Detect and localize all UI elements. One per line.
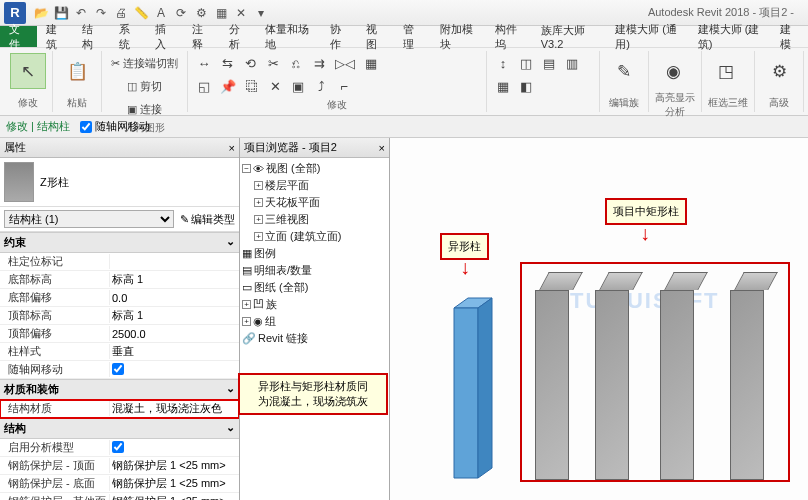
extend-icon[interactable]: ⤴: [311, 76, 331, 96]
print-icon[interactable]: 🖨: [112, 4, 130, 22]
view3-icon[interactable]: ▥: [562, 53, 582, 73]
rebar1-input[interactable]: [112, 458, 237, 474]
dropdown-icon[interactable]: ▾: [252, 4, 270, 22]
section-constraint[interactable]: 约束⌄: [0, 232, 239, 253]
copy-icon[interactable]: ⿻: [242, 76, 262, 96]
advanced-button[interactable]: ⚙: [761, 53, 797, 89]
editcat-label: 编辑族: [606, 96, 642, 110]
tab-anal[interactable]: 分析: [220, 26, 257, 47]
cut-button[interactable]: ◫ 剪切: [108, 76, 181, 96]
move-icon[interactable]: ⇆: [217, 53, 237, 73]
tab-bm3[interactable]: 建模: [771, 26, 808, 47]
close-icon[interactable]: ×: [229, 142, 235, 154]
modify-panel-label: 修改: [194, 98, 480, 112]
tab-collab[interactable]: 协作: [321, 26, 358, 47]
type-selector[interactable]: Z形柱: [0, 158, 239, 207]
tab-view[interactable]: 视图: [357, 26, 394, 47]
rebar2-input[interactable]: [112, 476, 237, 492]
tree-sheets: ▭ 图纸 (全部): [242, 279, 387, 296]
ribbon-tabs: 文件 建筑 结构 系统 插入 注释 分析 体量和场地 协作 视图 管理 附加模块…: [0, 26, 808, 48]
measure-icon[interactable]: 📏: [132, 4, 150, 22]
properties-header: 属性 ×: [0, 138, 239, 158]
corner-icon[interactable]: ⌐: [334, 76, 354, 96]
view1-icon[interactable]: ◫: [516, 53, 536, 73]
edit-family-button[interactable]: ✎: [606, 53, 642, 89]
view2-icon[interactable]: ▤: [539, 53, 559, 73]
scale-icon[interactable]: ◱: [194, 76, 214, 96]
view5-icon[interactable]: ◧: [516, 76, 536, 96]
thin-lines-icon[interactable]: ▦: [212, 4, 230, 22]
sync-icon[interactable]: ⟳: [172, 4, 190, 22]
instance-select[interactable]: 结构柱 (1): [4, 210, 174, 228]
tab-sys[interactable]: 系统: [110, 26, 147, 47]
highlight-button[interactable]: ◉: [655, 53, 691, 89]
quick-access-toolbar: 📂 💾 ↶ ↷ 🖨 📏 A ⟳ ⚙ ▦ ✕ ▾: [32, 4, 270, 22]
browser-tree[interactable]: −👁 视图 (全部) +楼层平面 +天花板平面 +三维视图 +立面 (建筑立面)…: [240, 158, 389, 349]
view4-icon[interactable]: ▦: [493, 76, 513, 96]
topoff-input[interactable]: [112, 326, 237, 342]
rect-column-4[interactable]: [730, 272, 764, 480]
delete-icon[interactable]: ✕: [265, 76, 285, 96]
redo-icon[interactable]: ↷: [92, 4, 110, 22]
type-thumb-icon: [4, 162, 34, 202]
tab-addin[interactable]: 附加模块: [431, 26, 486, 47]
box3d-label: 框选三维: [708, 96, 748, 110]
rebar3-input[interactable]: [112, 494, 237, 501]
cope-button[interactable]: ✂ 连接端切割: [108, 53, 181, 73]
adv-label: 高级: [761, 96, 797, 110]
svg-marker-2: [478, 298, 492, 478]
selection-box-button[interactable]: ◳: [708, 53, 744, 89]
array-icon[interactable]: ▦: [361, 53, 381, 73]
mirror-icon[interactable]: ▷◁: [332, 53, 358, 73]
offset-icon[interactable]: ⇉: [309, 53, 329, 73]
anal-check[interactable]: [112, 441, 124, 453]
property-grid: 约束⌄ 柱定位标记 底部标高 底部偏移 顶部标高 顶部偏移 柱样式 随轴网移动 …: [0, 232, 239, 500]
save-icon[interactable]: 💾: [52, 4, 70, 22]
tree-root: −👁 视图 (全部): [242, 160, 387, 177]
material-input[interactable]: [112, 401, 237, 417]
tab-comp[interactable]: 构件坞: [486, 26, 532, 47]
close-hidden-icon[interactable]: ✕: [232, 4, 250, 22]
align-icon[interactable]: ↔: [194, 53, 214, 73]
close-icon[interactable]: ×: [379, 142, 385, 154]
section-material[interactable]: 材质和装饰⌄: [0, 379, 239, 400]
settings-icon[interactable]: ⚙: [192, 4, 210, 22]
baseoff-input[interactable]: [112, 290, 237, 306]
tab-struct[interactable]: 结构: [73, 26, 110, 47]
tab-manage[interactable]: 管理: [394, 26, 431, 47]
section-struct[interactable]: 结构⌄: [0, 418, 239, 439]
rect-column-3[interactable]: [660, 272, 694, 480]
group-icon[interactable]: ▣: [288, 76, 308, 96]
open-icon[interactable]: 📂: [32, 4, 50, 22]
rect-column-2[interactable]: [595, 272, 629, 480]
trim-icon[interactable]: ✂: [263, 53, 283, 73]
paste-button[interactable]: 📋: [59, 53, 95, 89]
top-input[interactable]: [112, 308, 237, 324]
special-column[interactable]: [450, 290, 496, 480]
dim-icon[interactable]: ↕: [493, 53, 513, 73]
viewport-3d[interactable]: TUITUISOFT 异形柱 ↓ 项目中矩形柱 ↓ 异形柱与矩形柱材质同 为混凝…: [390, 138, 808, 500]
grid-check[interactable]: [112, 363, 124, 375]
edit-type-button[interactable]: ✎ 编辑类型: [180, 212, 235, 227]
split-icon[interactable]: ⎌: [286, 53, 306, 73]
tab-bm2[interactable]: 建模大师 (建筑): [689, 26, 772, 47]
style-input[interactable]: [112, 344, 237, 360]
join-button[interactable]: ▣ 连接: [108, 99, 181, 119]
tree-sched: ▤ 明细表/数量: [242, 262, 387, 279]
rotate-icon[interactable]: ⟲: [240, 53, 260, 73]
tab-insert[interactable]: 插入: [146, 26, 183, 47]
tab-arch[interactable]: 建筑: [37, 26, 74, 47]
undo-icon[interactable]: ↶: [72, 4, 90, 22]
tab-bm1[interactable]: 建模大师 (通用): [606, 26, 689, 47]
modify-button[interactable]: ↖: [10, 53, 46, 89]
tab-famlib[interactable]: 族库大师V3.2: [532, 26, 606, 47]
loc-input[interactable]: [112, 254, 237, 270]
pin-icon[interactable]: 📌: [217, 76, 239, 96]
tab-file[interactable]: 文件: [0, 26, 37, 47]
text-icon[interactable]: A: [152, 4, 170, 22]
tab-mass[interactable]: 体量和场地: [256, 26, 321, 47]
rect-column-1[interactable]: [535, 272, 569, 480]
tab-annot[interactable]: 注释: [183, 26, 220, 47]
move-with-grid-check[interactable]: 随轴网移动: [80, 119, 150, 134]
base-input[interactable]: [112, 272, 237, 288]
